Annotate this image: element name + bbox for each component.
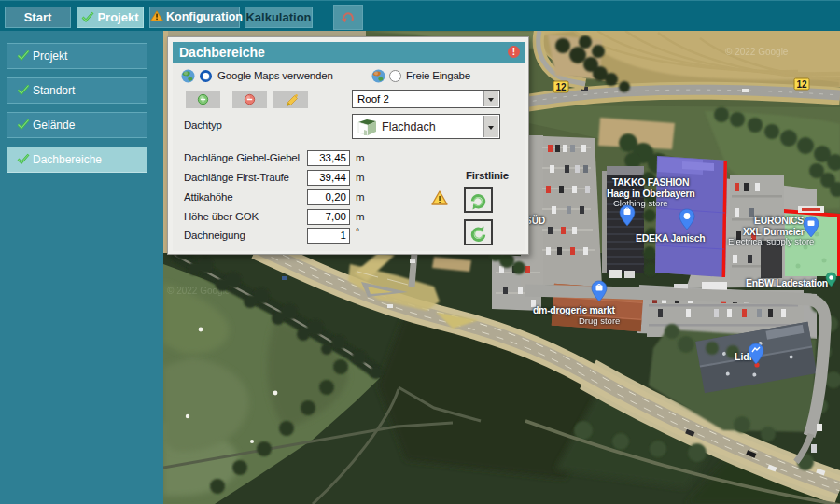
svg-text:Clothing store: Clothing store: [613, 198, 668, 208]
svg-text:dm-drogerie markt: dm-drogerie markt: [533, 304, 615, 315]
svg-text:EnBW Ladestation: EnBW Ladestation: [746, 277, 828, 288]
svg-text:TAKKO FASHION: TAKKO FASHION: [612, 176, 689, 188]
svg-text:EURONICS: EURONICS: [754, 215, 804, 226]
svg-text:12: 12: [555, 82, 567, 92]
svg-text:EDEKA Janisch: EDEKA Janisch: [636, 232, 706, 244]
svg-text:12: 12: [796, 79, 807, 90]
svg-text:© 2022 Google: © 2022 Google: [725, 47, 789, 57]
svg-text:Drug store: Drug store: [579, 315, 620, 326]
svg-text:Electrical supply store: Electrical supply store: [728, 236, 814, 246]
